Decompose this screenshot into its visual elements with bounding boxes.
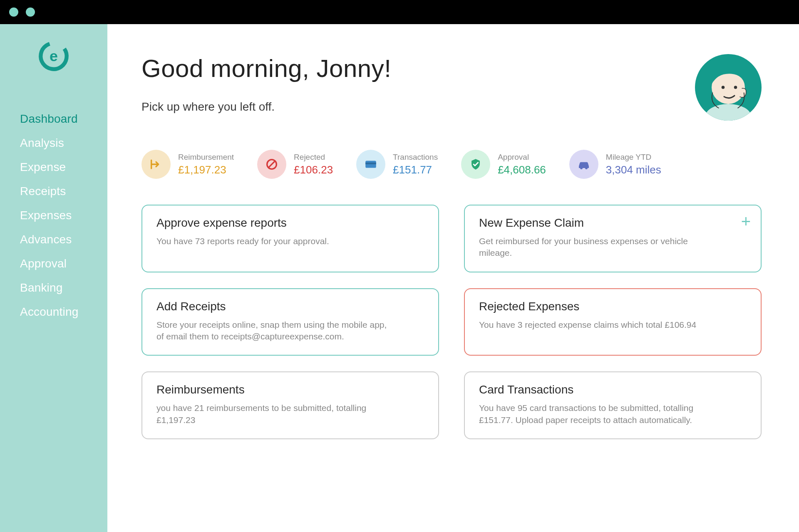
card-title: Rejected Expenses xyxy=(479,300,747,313)
svg-point-4 xyxy=(722,86,725,89)
logo-icon: e xyxy=(37,40,70,72)
shield-check-icon xyxy=(461,150,490,179)
sidebar-item-advances[interactable]: Advances xyxy=(20,233,107,246)
sidebar-item-banking[interactable]: Banking xyxy=(20,281,107,294)
card-body: Store your receipts online, snap them us… xyxy=(156,319,390,343)
no-entry-icon xyxy=(257,150,286,179)
stat-label: Mileage YTD xyxy=(606,153,661,162)
card-title: Approve expense reports xyxy=(156,216,424,230)
stat-label: Approval xyxy=(498,153,546,162)
stat-reimbursement[interactable]: Reimbursement £1,197.23 xyxy=(141,150,234,179)
card-title: Reimbursements xyxy=(156,383,424,396)
sidebar-item-approval[interactable]: Approval xyxy=(20,257,107,270)
svg-text:e: e xyxy=(50,48,58,64)
stat-transactions[interactable]: Transactions £151.77 xyxy=(356,150,438,179)
stat-value: £151.77 xyxy=(393,163,438,176)
card-body: You have 95 card transactions to be subm… xyxy=(479,402,712,426)
stat-approval[interactable]: Approval £4,608.66 xyxy=(461,150,546,179)
stat-value: £1,197.23 xyxy=(178,163,234,176)
header-row: Good morning, Jonny! Pick up where you l… xyxy=(141,54,762,121)
card-body: you have 21 reimbursements to be submitt… xyxy=(156,402,390,426)
main-content: Good morning, Jonny! Pick up where you l… xyxy=(107,24,799,532)
stat-label: Transactions xyxy=(393,153,438,162)
window-dot-icon xyxy=(26,7,35,17)
stat-mileage[interactable]: Mileage YTD 3,304 miles xyxy=(569,150,661,179)
avatar-icon xyxy=(697,58,759,121)
card-body: You have 3 rejected expense claims which… xyxy=(479,319,712,331)
card-icon xyxy=(356,150,385,179)
stat-value: £4,608.66 xyxy=(498,163,546,176)
sidebar-item-expense[interactable]: Expense xyxy=(20,161,107,174)
sidebar-item-dashboard[interactable]: Dashboard xyxy=(20,112,107,126)
stat-value: 3,304 miles xyxy=(606,163,661,176)
stat-value: £106.23 xyxy=(294,163,333,176)
card-reimbursements[interactable]: Reimbursements you have 21 reimbursement… xyxy=(141,371,439,439)
greeting-subtitle: Pick up where you left off. xyxy=(141,100,391,114)
stats-row: Reimbursement £1,197.23 Rejected £106.23 xyxy=(141,150,762,179)
card-rejected-expenses[interactable]: Rejected Expenses You have 3 rejected ex… xyxy=(464,288,762,356)
svg-rect-9 xyxy=(365,163,376,164)
card-card-transactions[interactable]: Card Transactions You have 95 card trans… xyxy=(464,371,762,439)
greeting-title: Good morning, Jonny! xyxy=(141,54,391,83)
app-logo: e xyxy=(0,40,107,72)
sidebar-item-receipts[interactable]: Receipts xyxy=(20,185,107,198)
card-approve-reports[interactable]: Approve expense reports You have 73 repo… xyxy=(141,205,439,272)
sidebar-item-expenses[interactable]: Expenses xyxy=(20,209,107,222)
window-dot-icon xyxy=(9,7,18,17)
stat-rejected[interactable]: Rejected £106.23 xyxy=(257,150,333,179)
card-title: Card Transactions xyxy=(479,383,747,396)
svg-point-2 xyxy=(705,104,751,121)
card-add-receipts[interactable]: Add Receipts Store your receipts online,… xyxy=(141,288,439,356)
car-icon xyxy=(569,150,598,179)
stat-label: Reimbursement xyxy=(178,153,234,162)
cards-grid: Approve expense reports You have 73 repo… xyxy=(141,205,762,439)
app-shell: e Dashboard Analysis Expense Receipts Ex… xyxy=(0,24,799,532)
sidebar-nav: Dashboard Analysis Expense Receipts Expe… xyxy=(0,112,107,319)
plus-icon: + xyxy=(741,213,751,230)
sidebar: e Dashboard Analysis Expense Receipts Ex… xyxy=(0,24,107,532)
card-title: New Expense Claim xyxy=(479,216,747,230)
card-title: Add Receipts xyxy=(156,300,424,313)
window-chrome xyxy=(0,0,799,24)
sidebar-item-accounting[interactable]: Accounting xyxy=(20,305,107,319)
user-avatar[interactable] xyxy=(695,54,762,121)
card-body: You have 73 reports ready for your appro… xyxy=(156,235,390,247)
stat-label: Rejected xyxy=(294,153,333,162)
card-body: Get reimbursed for your business expense… xyxy=(479,235,712,259)
arrow-out-icon xyxy=(141,150,171,179)
card-new-expense-claim[interactable]: + New Expense Claim Get reimbursed for y… xyxy=(464,205,762,272)
svg-point-5 xyxy=(734,86,737,89)
sidebar-item-analysis[interactable]: Analysis xyxy=(20,136,107,150)
svg-line-7 xyxy=(269,161,275,167)
